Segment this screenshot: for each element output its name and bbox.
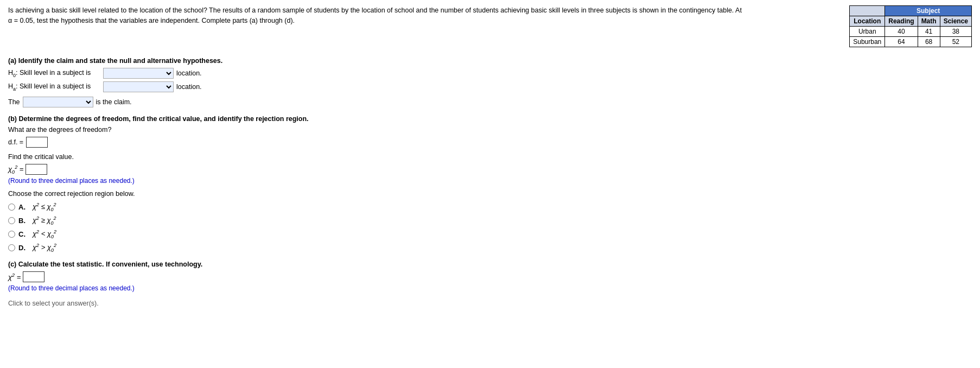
radio-a[interactable] xyxy=(8,204,15,211)
ha-dropdown[interactable]: independent of dependent on xyxy=(103,81,174,92)
col-math: Math xyxy=(918,16,940,27)
chi-stat-row: χ2 = xyxy=(8,271,972,282)
h0-text: H0: Skill level in a subject is xyxy=(8,69,100,78)
option-b: B. χ2 ≥ χ02 xyxy=(8,215,972,226)
ha-suffix: location. xyxy=(176,83,202,91)
part-b-label: (b) Determine the degrees of freedom, fi… xyxy=(8,115,972,123)
h0-dropdown[interactable]: independent of dependent on xyxy=(103,68,174,79)
radio-b[interactable] xyxy=(8,217,15,224)
h0-suffix: location. xyxy=(176,69,202,77)
table-subject-header: Subject xyxy=(885,6,972,16)
option-c-letter: C. xyxy=(18,230,29,238)
option-d: D. χ2 > χ02 xyxy=(8,243,972,253)
bottom-note: Click to select your answer(s). xyxy=(8,300,972,307)
option-a-expr: χ2 ≤ χ02 xyxy=(33,202,56,212)
ha-row: Ha: Skill level in a subject is independ… xyxy=(8,81,972,92)
radio-c[interactable] xyxy=(8,231,15,238)
option-b-letter: B. xyxy=(18,217,29,225)
option-a-letter: A. xyxy=(18,203,29,211)
option-d-letter: D. xyxy=(18,244,29,252)
cell-urban-reading: 40 xyxy=(885,27,918,37)
part-b-section: (b) Determine the degrees of freedom, fi… xyxy=(8,115,972,253)
option-c: C. χ2 < χ02 xyxy=(8,229,972,239)
cell-urban-math: 41 xyxy=(918,27,940,37)
chi-sq-label: χ02 = xyxy=(8,164,23,175)
part-a-label: (a) Identify the claim and state the nul… xyxy=(8,57,972,65)
ha-text: Ha: Skill level in a subject is xyxy=(8,83,100,92)
col-science: Science xyxy=(940,16,971,27)
df-question: What are the degrees of freedom? xyxy=(8,126,972,134)
cell-urban-label: Urban xyxy=(850,27,885,37)
df-label: d.f. = xyxy=(8,138,23,146)
col-reading: Reading xyxy=(885,16,918,27)
option-c-expr: χ2 < χ02 xyxy=(33,229,56,239)
chi-sq-row: χ02 = xyxy=(8,164,972,175)
option-b-expr: χ2 ≥ χ02 xyxy=(33,215,56,226)
part-c-label: (c) Calculate the test statistic. If con… xyxy=(8,261,972,268)
claim-prefix: The xyxy=(8,98,20,106)
contingency-table: Subject Location Reading Math Science Ur… xyxy=(849,5,972,47)
round-note-c: (Round to three decimal places as needed… xyxy=(8,284,972,292)
rejection-label: Choose the correct rejection region belo… xyxy=(8,190,972,198)
part-a-section: (a) Identify the claim and state the nul… xyxy=(8,57,972,107)
option-d-expr: χ2 > χ02 xyxy=(33,243,56,253)
round-note-b: (Round to three decimal places as needed… xyxy=(8,177,972,185)
table-empty-header xyxy=(850,6,885,16)
part-c-section: (c) Calculate the test statistic. If con… xyxy=(8,261,972,292)
cell-suburban-reading: 64 xyxy=(885,37,918,47)
radio-d[interactable] xyxy=(8,244,15,251)
claim-suffix: is the claim. xyxy=(96,98,132,106)
critical-label: Find the critical value. xyxy=(8,153,972,161)
table-row-urban: Urban 40 41 38 xyxy=(850,27,972,37)
chi-stat-input[interactable] xyxy=(23,271,44,282)
option-a: A. χ2 ≤ χ02 xyxy=(8,202,972,212)
table-row-suburban: Suburban 64 68 52 xyxy=(850,37,972,47)
df-row: d.f. = xyxy=(8,137,972,148)
cell-suburban-science: 52 xyxy=(940,37,971,47)
chi-sq-input[interactable] xyxy=(26,164,47,175)
col-location: Location xyxy=(850,16,885,27)
chi-stat-label: χ2 = xyxy=(8,272,21,281)
cell-urban-science: 38 xyxy=(940,27,971,37)
df-input[interactable] xyxy=(26,137,48,148)
cell-suburban-label: Suburban xyxy=(850,37,885,47)
claim-row: The null hypothesis alternative hypothes… xyxy=(8,97,972,107)
intro-text: Is achieving a basic skill level related… xyxy=(8,5,757,26)
h0-row: H0: Skill level in a subject is independ… xyxy=(8,68,972,79)
cell-suburban-math: 68 xyxy=(918,37,940,47)
claim-dropdown[interactable]: null hypothesis alternative hypothesis xyxy=(23,97,93,107)
